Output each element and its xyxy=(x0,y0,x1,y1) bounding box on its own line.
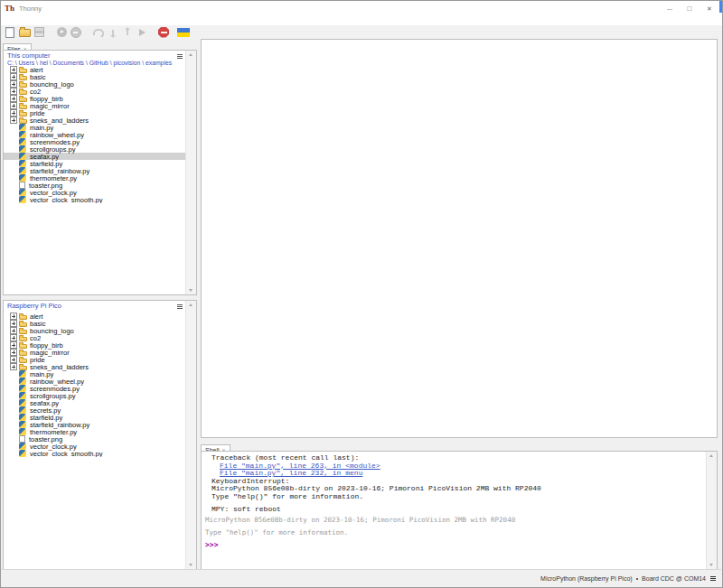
shell-line: MicroPython 856e08b-dirty on 2023-10-16;… xyxy=(203,514,705,527)
shell-output: Traceback (most recent call last):File "… xyxy=(203,454,705,551)
expand-plus-icon[interactable] xyxy=(10,356,19,363)
backend-label[interactable]: MicroPython (Raspberry Pi Pico) xyxy=(540,575,633,582)
expand-plus-icon[interactable] xyxy=(10,428,19,435)
expand-plus-icon[interactable] xyxy=(10,399,19,406)
close-button[interactable] xyxy=(700,1,719,15)
expand-plus-icon[interactable] xyxy=(10,327,19,334)
pane-menu-icon[interactable] xyxy=(177,304,183,309)
expand-plus-icon[interactable] xyxy=(10,138,19,145)
pane-menu-icon[interactable] xyxy=(177,54,183,59)
location-name[interactable]: This computer xyxy=(4,51,196,60)
minimize-icon xyxy=(667,5,672,13)
file-tree-pico: alert basic bouncing_logo co2 floppy_bir… xyxy=(4,313,185,457)
resume-button[interactable] xyxy=(136,26,148,38)
files-tab-strip: Files xyxy=(3,39,32,50)
expand-plus-icon[interactable] xyxy=(10,385,19,392)
expand-plus-icon[interactable] xyxy=(10,443,19,450)
save-file-button[interactable] xyxy=(33,26,45,38)
step-out-button[interactable] xyxy=(121,26,134,38)
file-type-icon xyxy=(19,112,27,117)
scroll-up-icon[interactable] xyxy=(189,53,192,56)
file-type-icon xyxy=(19,98,27,102)
expand-plus-icon[interactable] xyxy=(10,109,19,117)
scroll-down-icon[interactable] xyxy=(189,289,192,292)
expand-plus-icon[interactable] xyxy=(10,160,19,167)
expand-plus-icon[interactable] xyxy=(10,414,19,421)
file-type-icon xyxy=(19,435,25,443)
expand-plus-icon[interactable] xyxy=(10,363,19,370)
stop-restart-backend-button[interactable] xyxy=(157,26,170,38)
file-type-icon xyxy=(19,105,27,109)
expand-plus-icon[interactable] xyxy=(10,421,19,428)
file-tree-this-computer: alert basic bouncing_logo co2 floppy_bir… xyxy=(4,66,185,203)
scroll-down-icon[interactable] xyxy=(189,564,192,566)
vector_clock_smooth.py-button[interactable]: vector_clock_smooth.py xyxy=(4,196,185,203)
expand-plus-icon[interactable] xyxy=(10,392,19,399)
vector_clock_smooth.py-button[interactable]: vector_clock_smooth.py xyxy=(4,450,185,457)
expand-plus-icon[interactable] xyxy=(10,167,19,174)
minimize-button[interactable] xyxy=(660,1,680,15)
maximize-button[interactable] xyxy=(680,1,700,15)
file-type-icon xyxy=(19,421,26,428)
expand-plus-icon[interactable] xyxy=(10,88,19,95)
expand-plus-icon[interactable] xyxy=(10,80,19,88)
expand-plus-icon[interactable] xyxy=(10,182,19,189)
run-current-script-icon xyxy=(57,27,67,37)
run-current-script-button[interactable] xyxy=(55,26,68,38)
expand-plus-icon[interactable] xyxy=(10,95,19,102)
file-name: vector_clock_smooth.py xyxy=(30,196,102,204)
editor-area[interactable] xyxy=(201,39,718,438)
location-path[interactable]: C: \ Users \ hel \ Documents \ GitHub \ … xyxy=(4,60,196,66)
expand-plus-icon[interactable] xyxy=(10,370,19,378)
shell-scrollbar[interactable] xyxy=(706,452,717,569)
debug-current-script-button[interactable] xyxy=(70,26,82,38)
expand-plus-icon[interactable] xyxy=(10,334,19,341)
expand-plus-icon[interactable] xyxy=(10,349,19,356)
shell-line: >>> xyxy=(203,539,705,551)
expand-plus-icon[interactable] xyxy=(10,124,19,131)
expand-plus-icon[interactable] xyxy=(10,450,19,457)
scroll-up-icon[interactable] xyxy=(709,454,713,457)
expand-plus-icon[interactable] xyxy=(10,174,19,182)
device-location-name[interactable]: Raspberry Pi Pico xyxy=(4,301,196,310)
shell-line: MPY: soft reboot xyxy=(203,506,705,514)
expand-plus-icon[interactable] xyxy=(10,196,19,203)
expand-plus-icon[interactable] xyxy=(10,66,19,73)
save-file-icon xyxy=(34,27,44,37)
expand-plus-icon[interactable] xyxy=(10,435,19,443)
file-type-icon xyxy=(19,90,27,95)
files-bottom-scrollbar[interactable] xyxy=(185,301,196,569)
window-title: Thonny xyxy=(19,5,42,13)
files-top-scrollbar[interactable] xyxy=(185,51,196,294)
scroll-up-icon[interactable] xyxy=(189,303,192,306)
expand-plus-icon[interactable] xyxy=(10,320,19,327)
ukraine-flag-button[interactable] xyxy=(177,26,190,38)
expand-plus-icon[interactable] xyxy=(10,73,19,80)
file-type-icon xyxy=(19,370,26,378)
expand-plus-icon[interactable] xyxy=(10,341,19,349)
shell-pane[interactable]: Traceback (most recent call last):File "… xyxy=(201,451,718,570)
backend-menu-icon[interactable] xyxy=(710,576,716,581)
port-label[interactable]: Board CDC @ COM14 xyxy=(642,575,706,582)
expand-plus-icon[interactable] xyxy=(10,406,19,414)
expand-plus-icon[interactable] xyxy=(10,145,19,153)
ukraine-flag-icon xyxy=(177,28,190,37)
expand-plus-icon[interactable] xyxy=(10,131,19,138)
expand-plus-icon[interactable] xyxy=(10,313,19,320)
expand-plus-icon[interactable] xyxy=(10,153,19,160)
maximize-icon xyxy=(688,5,692,13)
shell-line: Type "help()" for more information. xyxy=(203,493,705,501)
expand-plus-icon[interactable] xyxy=(10,378,19,385)
new-file-button[interactable] xyxy=(4,26,16,38)
expand-plus-icon[interactable] xyxy=(10,117,19,124)
expand-plus-icon[interactable] xyxy=(10,102,19,109)
open-file-button[interactable] xyxy=(18,26,31,38)
step-over-button[interactable] xyxy=(92,26,105,38)
file-type-icon xyxy=(19,385,26,392)
expand-plus-icon[interactable] xyxy=(10,189,19,196)
window-controls xyxy=(660,1,719,15)
step-into-button[interactable] xyxy=(107,26,119,38)
file-type-icon xyxy=(19,119,27,124)
file-type-icon xyxy=(19,196,26,203)
scroll-down-icon[interactable] xyxy=(709,564,713,566)
